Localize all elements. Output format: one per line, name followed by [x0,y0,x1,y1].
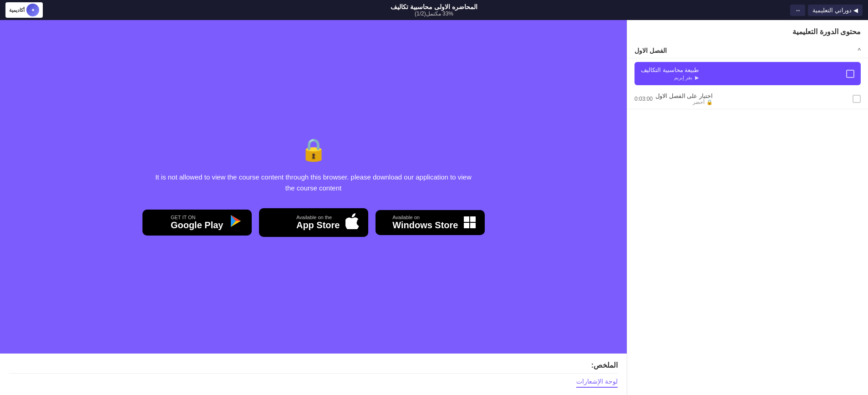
swap-icon: ↔ [795,7,801,14]
bottom-section: الملخص: لوحة الإشعارات [0,354,627,395]
quiz-meta: 🔒 أحضر [655,99,713,105]
hero-section: 🔒 It is not allowed to view the course c… [0,20,627,354]
lesson-meta-icon: ▶ [695,75,699,81]
windows-small-text: Available on [392,215,458,220]
lesson-info: طبيعة محاسبية التكاليف ▶ بقر إبريم [641,67,699,81]
play-icon [229,214,243,231]
quiz-checkbox[interactable] [853,95,861,103]
main-content: 🔒 It is not allowed to view the course c… [0,20,627,395]
nav-title: المحاضره الاولى محاسبية تكاليف [391,3,477,10]
hero-message: It is not allowed to view the course con… [154,172,473,194]
google-play-button[interactable]: GET IT ON Google Play [142,210,252,236]
back-button[interactable]: ◀ دوراتي التعليمية [808,5,863,16]
apple-icon [345,213,359,232]
back-label: دوراتي التعليمية [812,7,852,14]
app-store-text: Available on the App Store [296,215,340,231]
logo-badge: ✦ أكاديمية [5,2,43,18]
swap-button[interactable]: ↔ [790,5,805,16]
quiz-label: اختبار على الفصل الاول [655,92,713,99]
sidebar-title: محتوى الدورة التعليمية [627,27,868,43]
windows-store-button[interactable]: Available on Windows Store [376,210,485,235]
lock-icon: 🔒 [300,137,327,163]
logo-text: أكاديمية [9,7,25,13]
store-buttons: Available on Windows Store Available on … [142,208,485,237]
app-store-small-text: Available on the [296,215,340,220]
notifications-tab[interactable]: لوحة الإشعارات [576,378,618,388]
lesson-label: طبيعة محاسبية التكاليف [641,67,699,73]
lesson-meta: ▶ بقر إبريم [641,75,699,81]
nav-center: المحاضره الاولى محاسبية تكاليف 33% مكتمل… [391,3,477,17]
top-nav: ◀ دوراتي التعليمية ↔ المحاضره الاولى محا… [0,0,868,20]
nav-right: ✦ أكاديمية [5,2,43,18]
lesson-meta-label: بقر إبريم [674,75,692,81]
quiz-meta-label: أحضر [693,99,705,105]
quiz-info: اختبار على الفصل الاول 🔒 أحضر [655,92,713,105]
quiz-item[interactable]: اختبار على الفصل الاول 🔒 أحضر 0:03:00 [627,89,868,109]
google-play-text: GET IT ON Google Play [171,215,223,231]
chapter-header[interactable]: ^ الفصل الاول [627,43,868,58]
logo-circle: ✦ [26,4,39,16]
main-layout: محتوى الدورة التعليمية ^ الفصل الاول طبي… [0,20,868,395]
windows-icon [464,216,476,228]
app-store-big-text: App Store [296,220,340,230]
summary-title: الملخص: [9,361,618,369]
active-lesson-item[interactable]: طبيعة محاسبية التكاليف ▶ بقر إبريم [635,62,861,85]
nav-left: ◀ دوراتي التعليمية ↔ [790,5,863,16]
google-play-small-text: GET IT ON [171,215,223,220]
app-store-button[interactable]: Available on the App Store [259,208,368,237]
chapter-toggle-icon: ^ [858,47,861,54]
quiz-meta-icon: 🔒 [706,99,713,105]
windows-store-text: Available on Windows Store [392,215,458,231]
bottom-tabs: لوحة الإشعارات [9,373,618,388]
windows-big-text: Windows Store [392,220,458,230]
lesson-checkbox[interactable] [846,70,854,78]
chapter-title: الفصل الاول [635,47,667,54]
back-icon: ◀ [853,7,858,14]
nav-subtitle: 33% مكتمل(1/2) [391,10,477,17]
quiz-right: اختبار على الفصل الاول 🔒 أحضر 0:03:00 [635,92,713,105]
sidebar: محتوى الدورة التعليمية ^ الفصل الاول طبي… [627,20,868,395]
google-play-big-text: Google Play [171,220,223,230]
logo-icon: ✦ [31,7,35,13]
quiz-time: 0:03:00 [635,96,653,102]
